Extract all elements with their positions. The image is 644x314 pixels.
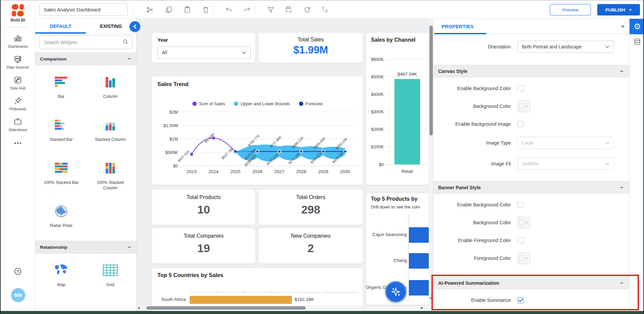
sales-trend-card[interactable]: Sales Trend Sum of SalesUpper and Lower … bbox=[152, 76, 363, 185]
year-filter-select[interactable]: All bbox=[157, 46, 251, 58]
undo-icon[interactable] bbox=[224, 5, 233, 14]
color-swatch-background-color[interactable] bbox=[518, 100, 530, 112]
widget-column[interactable]: Column bbox=[86, 69, 135, 112]
total-orders-card[interactable]: Total Orders 298 bbox=[259, 190, 363, 225]
legend-item-forecast[interactable]: Forecast bbox=[299, 101, 323, 106]
total-companies-card[interactable]: Total Companies 19 bbox=[152, 228, 255, 264]
database-icon[interactable] bbox=[630, 34, 644, 50]
checkbox-enable-background-color[interactable] bbox=[518, 202, 524, 208]
widget-section-relationship[interactable]: Relationship− bbox=[35, 241, 136, 253]
scroll-left-arrow-icon[interactable] bbox=[138, 307, 140, 309]
widget-label: Map bbox=[44, 282, 79, 288]
collapse-minus-icon[interactable]: − bbox=[128, 56, 131, 62]
horizontal-scrollbar[interactable] bbox=[137, 306, 429, 310]
widget-section-comparison[interactable]: Comparison− bbox=[35, 52, 136, 65]
sales-by-channel-card[interactable]: Sales by Channel $0$100K$200K$300K$400K$… bbox=[366, 33, 429, 185]
double-chevron-right-icon[interactable]: » bbox=[621, 22, 624, 30]
properties-section-banner-panel-style[interactable]: Banner Panel Style− bbox=[433, 181, 629, 194]
chevron-down-icon bbox=[605, 162, 610, 165]
tab-existing[interactable]: EXISTING bbox=[86, 19, 136, 34]
tab-default[interactable]: DEFAULT bbox=[35, 19, 86, 34]
copy-icon[interactable] bbox=[164, 5, 174, 14]
bar-chang[interactable] bbox=[409, 253, 429, 269]
more-options-icon[interactable] bbox=[1, 135, 35, 151]
bar-cajun-seasoning[interactable] bbox=[409, 227, 429, 243]
ai-assistant-button[interactable] bbox=[385, 281, 407, 303]
dashboard-title-input[interactable] bbox=[39, 3, 128, 16]
legend-item-sum-of-sales[interactable]: Sum of Sales bbox=[192, 101, 225, 106]
help-icon[interactable]: ? bbox=[1, 267, 35, 276]
data-sources-icon bbox=[13, 55, 22, 64]
collapse-minus-icon[interactable]: − bbox=[128, 244, 131, 250]
widget-stacked-bar[interactable]: Stacked Bar bbox=[37, 112, 86, 155]
collapse-minus-icon[interactable]: − bbox=[620, 280, 623, 286]
select-image-fit[interactable]: Uniform bbox=[518, 158, 614, 170]
publish-dropdown-caret-icon[interactable]: ▼ bbox=[629, 8, 632, 12]
checkbox-enable-background-image[interactable] bbox=[518, 121, 524, 127]
prop-row-enable-background-color: Enable Background Color bbox=[433, 80, 629, 97]
widget-100-stacked-column[interactable]: 100% Stacked Column bbox=[86, 155, 135, 198]
svg-text:2028: 2028 bbox=[296, 169, 306, 174]
user-avatar[interactable]: MM bbox=[11, 288, 25, 302]
tab-properties[interactable]: PROPERTIES bbox=[442, 19, 473, 34]
legend-item-upper-and-lower-bounds[interactable]: Upper and Lower Bounds bbox=[234, 101, 290, 106]
widget-radar-polar[interactable]: Radar Polar bbox=[37, 198, 86, 241]
bar-south-africa[interactable] bbox=[190, 296, 292, 304]
collapse-minus-icon[interactable]: − bbox=[620, 185, 623, 191]
legend-dot-icon bbox=[299, 102, 303, 106]
translate-icon[interactable]: xA bbox=[321, 5, 330, 14]
horizontal-scrollbar-thumb[interactable] bbox=[146, 306, 306, 310]
collapse-minus-icon[interactable]: − bbox=[620, 68, 623, 74]
collapse-panel-button[interactable] bbox=[129, 21, 140, 32]
sidebar-item-data-sources[interactable]: Data Sources bbox=[1, 52, 35, 73]
prop-label: Enable Background Color bbox=[433, 86, 518, 91]
properties-section-ai-powered-summarization[interactable]: AI-Powered Summarization− bbox=[433, 277, 629, 289]
gear-icon[interactable]: ⚙ bbox=[630, 19, 644, 34]
delete-icon[interactable] bbox=[201, 5, 211, 14]
sidebar-item-data-hub[interactable]: Data Hub bbox=[1, 73, 35, 93]
widget-100-stacked-bar[interactable]: 100% Stacked Bar bbox=[37, 155, 86, 198]
sidebar-item-slideshows[interactable]: Slideshows bbox=[1, 114, 35, 135]
checkbox-enable-background-color[interactable] bbox=[518, 85, 524, 91]
widget-search-input[interactable] bbox=[40, 40, 122, 45]
datasource-check-icon[interactable] bbox=[284, 5, 294, 14]
dashboards-icon bbox=[13, 34, 22, 43]
category-label-chang: Chang bbox=[393, 258, 407, 263]
bar-organic-dried-pears[interactable] bbox=[409, 280, 429, 296]
widget-bar[interactable]: Bar bbox=[37, 69, 86, 112]
axis-tick bbox=[217, 289, 217, 292]
widget-stacked-column[interactable]: Stacked Column bbox=[86, 112, 135, 155]
scroll-down-arrow-icon[interactable] bbox=[429, 297, 432, 300]
total-products-card[interactable]: Total Products 10 bbox=[152, 190, 255, 225]
cut-icon[interactable] bbox=[145, 5, 155, 14]
sidebar-item-pinboards[interactable]: Pinboards bbox=[1, 93, 35, 114]
sidebar-item-dashboards[interactable]: Dashboards bbox=[1, 31, 35, 52]
vertical-scrollbar[interactable] bbox=[429, 19, 433, 314]
publish-button[interactable]: PUBLISH▼ bbox=[597, 4, 640, 15]
legend-label: Sum of Sales bbox=[199, 101, 225, 106]
checkbox-enable-foreground-color[interactable] bbox=[518, 237, 524, 243]
orientation-select[interactable]: Both Portrait and Landscape bbox=[518, 41, 614, 53]
dashboard-canvas: Year All Total Sales $1.99M Sales by Cha… bbox=[137, 19, 429, 314]
filter-icon[interactable] bbox=[266, 5, 275, 14]
widget-grid[interactable]: Grid bbox=[86, 257, 135, 300]
section-body: Enable Background ColorBackground ColorE… bbox=[433, 194, 629, 270]
color-swatch-background-color[interactable] bbox=[518, 217, 530, 229]
widget-map[interactable]: Map bbox=[37, 257, 86, 300]
preview-button[interactable]: Preview bbox=[550, 4, 591, 15]
widget-label: 100% Stacked Bar bbox=[44, 180, 79, 186]
total-sales-card[interactable]: Total Sales $1.99M bbox=[259, 33, 363, 63]
properties-section-canvas-style[interactable]: Canvas Style− bbox=[433, 65, 629, 77]
chevron-down-icon bbox=[525, 105, 528, 108]
year-filter-card: Year All bbox=[152, 33, 255, 63]
select-image-type[interactable]: Local bbox=[518, 137, 614, 149]
redo-icon[interactable] bbox=[242, 5, 252, 14]
new-companies-card[interactable]: New Companies 2 bbox=[259, 228, 363, 264]
paste-icon[interactable] bbox=[183, 5, 192, 14]
scroll-right-arrow-icon[interactable] bbox=[421, 307, 423, 309]
refresh-icon[interactable] bbox=[303, 5, 312, 14]
color-swatch-foreground-color[interactable] bbox=[518, 252, 530, 264]
vertical-scrollbar-thumb[interactable] bbox=[429, 26, 433, 135]
prop-label: Foreground Color bbox=[433, 256, 518, 261]
checkbox-enable-summarize[interactable] bbox=[518, 297, 524, 303]
